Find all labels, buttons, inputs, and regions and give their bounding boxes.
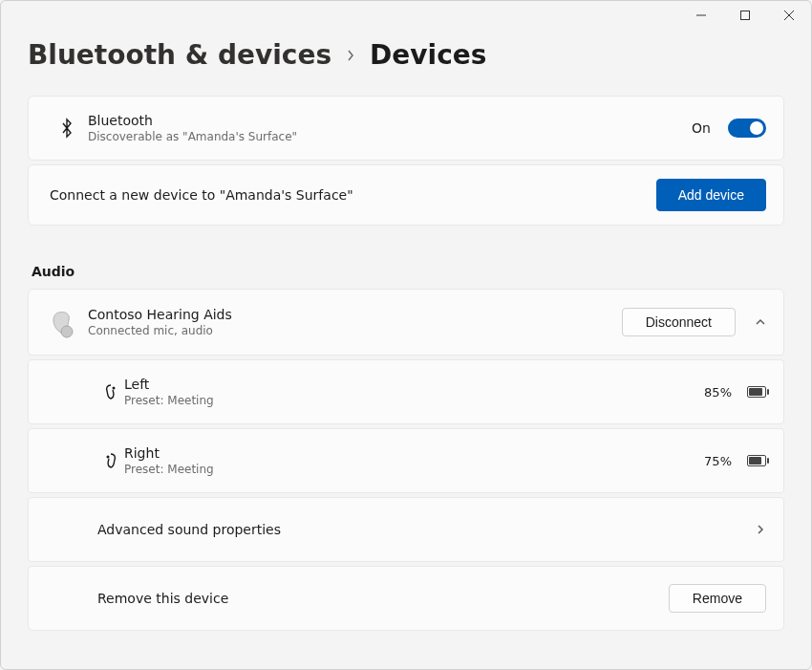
breadcrumb-parent[interactable]: Bluetooth & devices (28, 39, 331, 71)
ear-right-card: Right Preset: Meeting 75% (28, 428, 784, 493)
breadcrumb: Bluetooth & devices Devices (28, 39, 784, 71)
svg-point-6 (107, 456, 110, 459)
section-heading-audio: Audio (32, 264, 784, 279)
add-device-prompt: Connect a new device to "Amanda's Surfac… (50, 187, 656, 203)
advanced-sound-card[interactable]: Advanced sound properties (28, 497, 784, 562)
device-status: Connected mic, audio (88, 324, 622, 337)
bluetooth-title: Bluetooth (88, 113, 692, 128)
ear-preset: Preset: Meeting (124, 394, 704, 407)
remove-device-label: Remove this device (97, 591, 669, 606)
bluetooth-card: Bluetooth Discoverable as "Amanda's Surf… (28, 96, 784, 161)
titlebar (679, 1, 811, 30)
bluetooth-toggle[interactable] (728, 119, 766, 138)
bluetooth-icon (46, 118, 88, 139)
svg-point-4 (61, 326, 73, 337)
svg-point-5 (113, 387, 116, 390)
audio-device-card[interactable]: Contoso Hearing Aids Connected mic, audi… (28, 289, 784, 356)
minimize-button[interactable] (679, 1, 723, 30)
breadcrumb-current: Devices (370, 39, 486, 71)
remove-device-card: Remove this device Remove (28, 566, 784, 631)
maximize-button[interactable] (723, 1, 767, 30)
chevron-right-icon (755, 524, 766, 535)
device-name: Contoso Hearing Aids (88, 307, 622, 322)
advanced-sound-label: Advanced sound properties (97, 522, 747, 537)
ear-side-label: Right (124, 445, 704, 461)
svg-rect-1 (741, 11, 750, 20)
earbud-left-icon (97, 383, 124, 400)
battery-percent: 85% (704, 385, 732, 400)
bluetooth-subtitle: Discoverable as "Amanda's Surface" (88, 130, 692, 143)
chevron-right-icon (345, 45, 356, 65)
hearing-aid-icon (46, 303, 88, 341)
disconnect-button[interactable]: Disconnect (622, 308, 736, 336)
ear-preset: Preset: Meeting (124, 463, 704, 476)
toggle-state-label: On (692, 120, 711, 136)
remove-button[interactable]: Remove (669, 584, 766, 613)
chevron-up-icon[interactable] (755, 316, 766, 328)
battery-icon (747, 386, 766, 398)
add-device-button[interactable]: Add device (656, 179, 766, 211)
add-device-card: Connect a new device to "Amanda's Surfac… (28, 164, 784, 226)
close-button[interactable] (767, 1, 811, 30)
earbud-right-icon (97, 452, 124, 469)
ear-left-card: Left Preset: Meeting 85% (28, 359, 784, 424)
battery-percent: 75% (704, 454, 732, 468)
ear-side-label: Left (124, 377, 704, 392)
battery-icon (747, 455, 766, 466)
